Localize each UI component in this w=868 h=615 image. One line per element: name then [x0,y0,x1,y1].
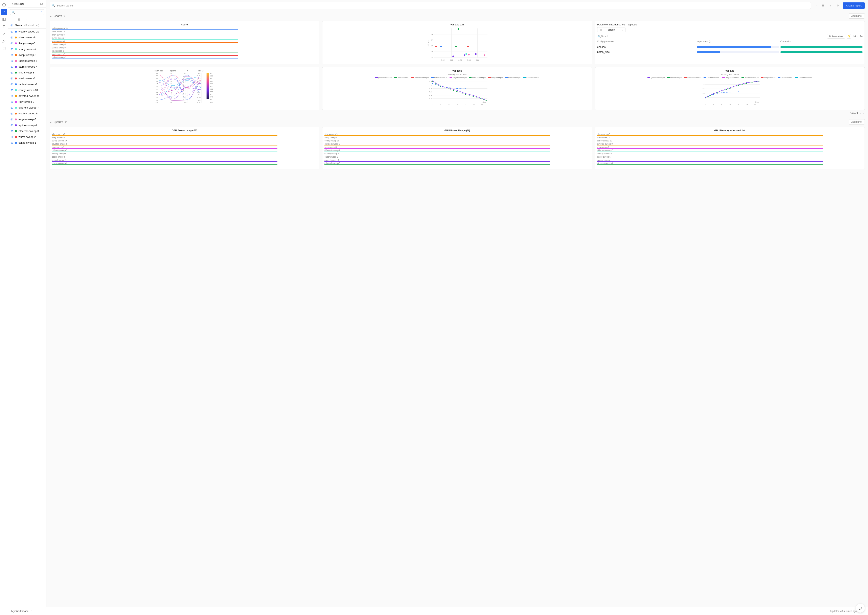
legend-item: fragrant-sweep-4 [450,76,467,78]
run-item[interactable]: devoted-sweep-9 [8,93,46,99]
section-toggle-system[interactable]: ⌄ [50,120,52,123]
visibility-toggle[interactable] [11,89,13,92]
add-panel-system[interactable]: Add panel [849,119,865,125]
visibility-toggle[interactable] [11,59,13,62]
visibility-toggle[interactable] [11,106,13,109]
pi-col-importance[interactable]: Importance ⓘ ↓ [697,40,779,43]
color-dot [15,72,17,73]
pin-icon[interactable]: ✦ [41,11,42,13]
layout-icon[interactable]: ⊞▸ [40,2,44,5]
run-item[interactable]: eternal-sweep-4 [8,64,46,70]
run-item[interactable]: eager-sweep-5 [8,116,46,122]
columns-icon[interactable]: ▦ [18,18,20,21]
svg-point-160 [449,88,450,89]
run-item[interactable]: stilted-sweep-1 [8,140,46,146]
visibility-toggle-all[interactable] [11,24,13,27]
svg-point-165 [486,100,487,101]
run-item[interactable]: apricot-sweep-4 [8,122,46,128]
svg-text:65: 65 [156,72,158,74]
section-toggle-charts[interactable]: ⌄ [50,14,52,17]
run-item[interactable]: silver-sweep-9 [8,34,46,41]
visibility-toggle[interactable] [11,77,13,80]
rail-broom[interactable] [1,31,7,37]
svg-point-196 [713,94,714,94]
sort-icon[interactable]: ↑↓ [24,18,27,21]
panel-gpu-mem[interactable]: GPU Memory Allocated (%) silver-sweep-9l… [595,127,865,169]
visibility-toggle[interactable] [11,54,13,56]
run-item[interactable]: wobbly-sweep-10 [8,29,46,34]
rail-clipboard[interactable] [1,23,7,30]
visibility-toggle[interactable] [11,118,13,121]
gear-icon[interactable]: ⚙ [835,2,841,8]
rail-info[interactable] [1,2,7,8]
visibility-toggle[interactable] [11,95,13,97]
pi-col-param[interactable]: Config parameter [597,40,696,43]
rail-database[interactable] [1,45,7,52]
svg-text:0.90: 0.90 [210,72,213,74]
visualized-count: (49 visualized) [23,24,39,27]
run-item[interactable]: sunny-sweep-7 [8,46,46,52]
bar-icon: ▥ [599,28,602,31]
pi-range[interactable]: 1-4 ▾ of 4 [853,35,863,37]
visibility-toggle[interactable] [11,30,13,33]
panel-val-acc[interactable]: val_acc Showing first 10 runs glorious-s… [595,67,865,110]
rail-rocket[interactable] [1,38,7,44]
visibility-toggle[interactable] [11,36,13,39]
chat-bubble[interactable]: 💬 [856,604,865,613]
run-item[interactable]: swept-sweep-6 [8,52,46,58]
run-item[interactable]: radiant-sweep-1 [8,81,46,87]
search-panels-input[interactable] [50,2,811,9]
visibility-toggle[interactable] [11,42,13,45]
visibility-toggle[interactable] [11,112,13,115]
visibility-toggle[interactable] [11,136,13,139]
legend-item: sunny-sweep-7 [52,37,317,39]
run-item[interactable]: comfy-sweep-10 [8,87,46,93]
run-item[interactable]: warm-sweep-2 [8,134,46,140]
rail-chart[interactable] [1,9,7,15]
run-item[interactable]: wobbly-sweep-6 [8,111,46,116]
visibility-toggle[interactable] [11,71,13,74]
visibility-toggle[interactable] [11,66,13,68]
run-item[interactable]: different-sweep-7 [8,105,46,111]
visibility-toggle[interactable] [11,100,13,103]
expand-icon[interactable]: ⤢ [827,2,834,8]
visibility-toggle[interactable] [11,130,13,133]
run-item[interactable]: sleek-sweep-2 [8,75,46,81]
workspace-label[interactable]: My Workspace [11,610,29,613]
svg-text:0.8: 0.8 [431,33,433,35]
add-panel-charts[interactable]: Add panel [849,13,865,19]
visibility-toggle[interactable] [11,83,13,86]
panel-score[interactable]: score wobbly-sweep-10silver-sweep-9livel… [50,21,319,64]
panel-parallel[interactable]: batch_size6560555045403530252015nullepoc… [50,67,319,110]
panel-parameter-importance[interactable]: Parameter importance with respect to ▥ e… [595,21,865,64]
create-report-button[interactable]: Create report [843,2,865,9]
run-item[interactable]: rosy-sweep-8 [8,99,46,105]
workspace-menu[interactable]: ⋮ [30,610,33,613]
layout-icon[interactable]: ☵ [820,2,826,8]
pi-parameters-button[interactable]: ⚙ Parameters [827,34,845,39]
pi-metric-select[interactable]: ▥ epoch ⌄ [597,27,626,32]
pi-wand-button[interactable]: ✨ [847,34,851,39]
search-icon: 🔍 [52,4,55,7]
run-item[interactable]: ethereal-sweep-3 [8,128,46,134]
charts-pager-next[interactable]: › [863,112,864,115]
panel-val-loss[interactable]: val_loss Showing first 10 runs glorious-… [322,67,592,110]
pi-col-correlation[interactable]: Correlation [781,40,863,43]
panel-gpu-power-w[interactable]: GPU Power Usage (W) silver-sweep-9lively… [50,127,319,169]
name-column-label[interactable]: Name [15,24,22,27]
variable-icon[interactable]: x [813,2,819,8]
visibility-toggle[interactable] [11,141,13,144]
run-item[interactable]: kind-sweep-3 [8,70,46,75]
panel-scatter[interactable]: val_acc v. lr 0.40.50.60.70.80.020.030.0… [322,21,592,64]
visibility-toggle[interactable] [11,48,13,51]
run-item[interactable]: radiant-sweep-5 [8,58,46,64]
panel-gpu-power-pct[interactable]: GPU Power Usage (%) silver-sweep-9lively… [322,127,592,169]
search-icon: 🔍 [598,35,601,38]
visibility-toggle[interactable] [11,124,13,127]
filter-icon[interactable]: ⚎ [11,18,14,21]
charts-pager-prev[interactable]: ‹ [860,112,861,115]
sidebar-search-input[interactable] [10,9,44,15]
pi-search-input[interactable] [597,34,630,38]
rail-table[interactable] [1,16,7,23]
run-item[interactable]: lively-sweep-8 [8,41,46,46]
